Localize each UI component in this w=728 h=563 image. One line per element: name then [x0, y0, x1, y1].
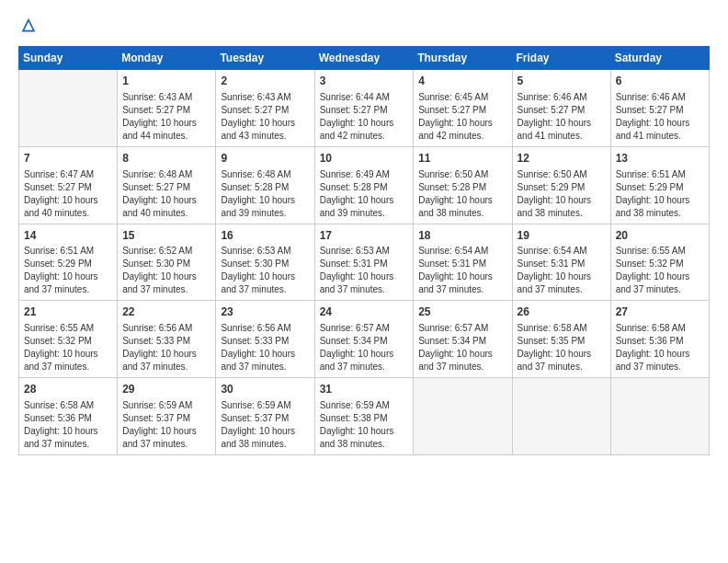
day-cell: 14Sunrise: 6:51 AMSunset: 5:29 PMDayligh… — [19, 224, 118, 301]
day-cell: 3Sunrise: 6:44 AMSunset: 5:27 PMDaylight… — [314, 70, 414, 147]
day-cell — [512, 378, 610, 455]
logo — [18, 17, 42, 37]
day-info: Sunrise: 6:52 AMSunset: 5:30 PMDaylight:… — [122, 245, 210, 296]
day-cell: 8Sunrise: 6:48 AMSunset: 5:27 PMDaylight… — [118, 146, 216, 224]
day-info: Sunrise: 6:48 AMSunset: 5:28 PMDaylight:… — [221, 168, 309, 220]
day-info: Sunrise: 6:50 AMSunset: 5:28 PMDaylight:… — [418, 168, 506, 220]
day-cell: 23Sunrise: 6:56 AMSunset: 5:33 PMDayligh… — [216, 301, 314, 378]
day-cell: 10Sunrise: 6:49 AMSunset: 5:28 PMDayligh… — [314, 146, 414, 224]
day-cell: 1Sunrise: 6:43 AMSunset: 5:27 PMDaylight… — [118, 70, 216, 147]
day-cell: 17Sunrise: 6:53 AMSunset: 5:31 PMDayligh… — [314, 224, 414, 301]
day-info: Sunrise: 6:58 AMSunset: 5:36 PMDaylight:… — [24, 399, 112, 451]
day-info: Sunrise: 6:58 AMSunset: 5:35 PMDaylight:… — [518, 322, 606, 373]
day-cell: 28Sunrise: 6:58 AMSunset: 5:36 PMDayligh… — [19, 378, 118, 455]
day-info: Sunrise: 6:50 AMSunset: 5:29 PMDaylight:… — [518, 168, 606, 220]
header — [18, 17, 710, 37]
day-cell: 21Sunrise: 6:55 AMSunset: 5:32 PMDayligh… — [19, 301, 118, 378]
day-number: 17 — [320, 228, 409, 244]
day-cell: 27Sunrise: 6:58 AMSunset: 5:36 PMDayligh… — [610, 301, 709, 378]
day-number: 15 — [122, 228, 210, 244]
day-number: 14 — [24, 228, 112, 244]
day-cell: 22Sunrise: 6:56 AMSunset: 5:33 PMDayligh… — [118, 301, 216, 378]
day-number: 29 — [122, 382, 210, 397]
day-info: Sunrise: 6:51 AMSunset: 5:29 PMDaylight:… — [24, 245, 112, 296]
week-row-2: 7Sunrise: 6:47 AMSunset: 5:27 PMDaylight… — [19, 146, 710, 224]
weekday-header-monday: Monday — [118, 47, 216, 70]
day-info: Sunrise: 6:59 AMSunset: 5:37 PMDaylight:… — [221, 399, 309, 451]
day-info: Sunrise: 6:44 AMSunset: 5:27 PMDaylight:… — [320, 91, 409, 143]
day-cell: 2Sunrise: 6:43 AMSunset: 5:27 PMDaylight… — [216, 70, 314, 147]
day-info: Sunrise: 6:47 AMSunset: 5:27 PMDaylight:… — [24, 168, 112, 220]
day-info: Sunrise: 6:56 AMSunset: 5:33 PMDaylight:… — [221, 322, 309, 373]
day-number: 13 — [616, 151, 704, 167]
day-cell: 13Sunrise: 6:51 AMSunset: 5:29 PMDayligh… — [610, 146, 709, 224]
day-info: Sunrise: 6:54 AMSunset: 5:31 PMDaylight:… — [418, 245, 506, 296]
day-cell: 4Sunrise: 6:45 AMSunset: 5:27 PMDaylight… — [414, 70, 512, 147]
day-info: Sunrise: 6:43 AMSunset: 5:27 PMDaylight:… — [221, 91, 309, 143]
weekday-header-thursday: Thursday — [414, 47, 512, 70]
weekday-header-row: SundayMondayTuesdayWednesdayThursdayFrid… — [19, 47, 710, 70]
day-info: Sunrise: 6:55 AMSunset: 5:32 PMDaylight:… — [24, 322, 112, 373]
day-cell: 20Sunrise: 6:55 AMSunset: 5:32 PMDayligh… — [610, 224, 709, 301]
day-cell: 16Sunrise: 6:53 AMSunset: 5:30 PMDayligh… — [216, 224, 314, 301]
day-info: Sunrise: 6:53 AMSunset: 5:31 PMDaylight:… — [320, 245, 409, 296]
day-info: Sunrise: 6:59 AMSunset: 5:37 PMDaylight:… — [122, 399, 210, 451]
week-row-1: 1Sunrise: 6:43 AMSunset: 5:27 PMDaylight… — [19, 70, 710, 147]
page: SundayMondayTuesdayWednesdayThursdayFrid… — [0, 0, 728, 563]
week-row-4: 21Sunrise: 6:55 AMSunset: 5:32 PMDayligh… — [19, 301, 710, 378]
day-number: 21 — [24, 304, 112, 320]
day-info: Sunrise: 6:53 AMSunset: 5:30 PMDaylight:… — [221, 245, 309, 296]
day-info: Sunrise: 6:59 AMSunset: 5:38 PMDaylight:… — [320, 399, 409, 451]
day-info: Sunrise: 6:58 AMSunset: 5:36 PMDaylight:… — [616, 322, 704, 373]
day-cell: 15Sunrise: 6:52 AMSunset: 5:30 PMDayligh… — [118, 224, 216, 301]
day-info: Sunrise: 6:56 AMSunset: 5:33 PMDaylight:… — [122, 322, 210, 373]
day-number: 18 — [418, 228, 506, 244]
logo-icon — [18, 17, 39, 37]
day-info: Sunrise: 6:55 AMSunset: 5:32 PMDaylight:… — [616, 245, 704, 296]
day-info: Sunrise: 6:51 AMSunset: 5:29 PMDaylight:… — [616, 168, 704, 220]
weekday-header-wednesday: Wednesday — [314, 47, 414, 70]
day-number: 5 — [518, 74, 606, 89]
day-number: 16 — [221, 228, 309, 244]
day-info: Sunrise: 6:54 AMSunset: 5:31 PMDaylight:… — [518, 245, 606, 296]
day-cell — [610, 378, 709, 455]
day-cell: 24Sunrise: 6:57 AMSunset: 5:34 PMDayligh… — [314, 301, 414, 378]
day-info: Sunrise: 6:45 AMSunset: 5:27 PMDaylight:… — [418, 91, 506, 143]
day-number: 28 — [24, 382, 112, 397]
day-number: 7 — [24, 151, 112, 167]
weekday-header-tuesday: Tuesday — [216, 47, 314, 70]
weekday-header-friday: Friday — [512, 47, 610, 70]
day-cell: 25Sunrise: 6:57 AMSunset: 5:34 PMDayligh… — [414, 301, 512, 378]
day-info: Sunrise: 6:57 AMSunset: 5:34 PMDaylight:… — [418, 322, 506, 373]
day-number: 25 — [418, 304, 506, 320]
day-cell: 7Sunrise: 6:47 AMSunset: 5:27 PMDaylight… — [19, 146, 118, 224]
day-cell: 19Sunrise: 6:54 AMSunset: 5:31 PMDayligh… — [512, 224, 610, 301]
day-info: Sunrise: 6:46 AMSunset: 5:27 PMDaylight:… — [616, 91, 704, 143]
day-info: Sunrise: 6:46 AMSunset: 5:27 PMDaylight:… — [518, 91, 606, 143]
calendar: SundayMondayTuesdayWednesdayThursdayFrid… — [18, 46, 710, 455]
week-row-3: 14Sunrise: 6:51 AMSunset: 5:29 PMDayligh… — [19, 224, 710, 301]
day-number: 26 — [518, 304, 606, 320]
day-number: 3 — [320, 74, 409, 89]
day-cell — [19, 70, 118, 147]
weekday-header-sunday: Sunday — [19, 47, 118, 70]
weekday-header-saturday: Saturday — [610, 47, 709, 70]
day-cell: 12Sunrise: 6:50 AMSunset: 5:29 PMDayligh… — [512, 146, 610, 224]
day-info: Sunrise: 6:43 AMSunset: 5:27 PMDaylight:… — [122, 91, 210, 143]
day-number: 2 — [221, 74, 309, 89]
day-cell: 26Sunrise: 6:58 AMSunset: 5:35 PMDayligh… — [512, 301, 610, 378]
day-number: 6 — [616, 74, 704, 89]
day-number: 4 — [418, 74, 506, 89]
day-number: 30 — [221, 382, 309, 397]
day-number: 31 — [320, 382, 409, 397]
day-number: 24 — [320, 304, 409, 320]
day-number: 9 — [221, 151, 309, 167]
day-info: Sunrise: 6:57 AMSunset: 5:34 PMDaylight:… — [320, 322, 409, 373]
day-info: Sunrise: 6:48 AMSunset: 5:27 PMDaylight:… — [122, 168, 210, 220]
day-number: 1 — [122, 74, 210, 89]
day-number: 22 — [122, 304, 210, 320]
week-row-5: 28Sunrise: 6:58 AMSunset: 5:36 PMDayligh… — [19, 378, 710, 455]
day-number: 23 — [221, 304, 309, 320]
day-number: 27 — [616, 304, 704, 320]
day-cell: 31Sunrise: 6:59 AMSunset: 5:38 PMDayligh… — [314, 378, 414, 455]
